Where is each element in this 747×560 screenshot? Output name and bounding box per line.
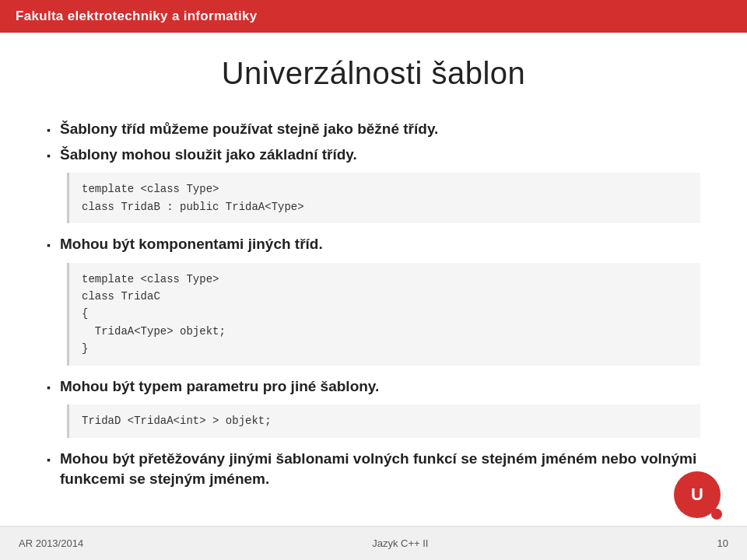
bullet-icon-3: ▪ [47, 238, 51, 254]
bullet-item-1: ▪ Šablony tříd můžeme používat stejně ja… [47, 119, 700, 140]
footer-left: AR 2013/2014 [19, 537, 83, 549]
header-title: Fakulta elektrotechniky a informatiky [16, 9, 258, 24]
code-content-3: TridaD <TridaA<int> > objekt; [67, 404, 700, 437]
bullet-list: ▪ Šablony tříd můžeme používat stejně ja… [47, 119, 700, 490]
logo-letter: U [691, 485, 703, 505]
footer: AR 2013/2014 Jazyk C++ II 10 [0, 526, 747, 560]
bullet-icon-1: ▪ [47, 123, 51, 138]
code-block-2: template <class Type> class TridaC { Tri… [47, 263, 700, 366]
code-content-1: template <class Type> class TridaB : pub… [67, 173, 700, 223]
bullet-item-5: ▪ Mohou být přetěžovány jinými šablonami… [47, 449, 700, 490]
bullet-text-2: Šablony mohou sloužit jako základní tříd… [60, 145, 357, 166]
code-block-1: template <class Type> class TridaB : pub… [47, 173, 700, 223]
main-content: Univerzálnosti šablon ▪ Šablony tříd můž… [0, 33, 747, 510]
bullet-item-3: ▪ Mohou být komponentami jiných tříd. [47, 234, 700, 255]
code-block-3: TridaD <TridaA<int> > objekt; [47, 404, 700, 437]
bullet-icon-5: ▪ [47, 453, 51, 468]
bullet-item-4: ▪ Mohou být typem parametru pro jiné šab… [47, 376, 700, 397]
bullet-text-3: Mohou být komponentami jiných tříd. [60, 234, 323, 255]
bullet-icon-2: ▪ [47, 149, 51, 164]
bullet-text-1: Šablony tříd můžeme používat stejně jako… [60, 119, 438, 140]
bullet-item-2: ▪ Šablony mohou sloužit jako základní tř… [47, 145, 700, 166]
slide-title: Univerzálnosti šablon [47, 56, 700, 91]
bullet-text-5: Mohou být přetěžovány jinými šablonami v… [60, 449, 700, 490]
logo-area: U [674, 471, 724, 521]
code-content-2: template <class Type> class TridaC { Tri… [67, 263, 700, 366]
logo-dot [711, 509, 722, 520]
footer-center: Jazyk C++ II [372, 537, 428, 549]
header-bar: Fakulta elektrotechniky a informatiky [0, 0, 747, 33]
bullet-text-4: Mohou být typem parametru pro jiné šablo… [60, 376, 379, 397]
footer-right: 10 [717, 537, 728, 549]
bullet-icon-4: ▪ [47, 380, 51, 396]
